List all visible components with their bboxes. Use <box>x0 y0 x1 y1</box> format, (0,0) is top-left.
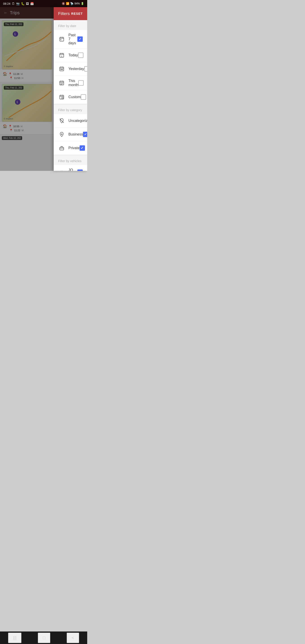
filter-panel: Filters RESET Filter by date Past 7 days <box>54 7 87 171</box>
status-bar: 08:24 🗒 📷 🐛 🖼 📅 🔇 📶 📡 94% 🔋 <box>0 0 87 7</box>
past7days-checkbox[interactable] <box>77 36 83 42</box>
filter-private[interactable]: Private <box>54 141 87 155</box>
battery-text: 94% <box>74 2 80 5</box>
vehicles-section-label: Filter by vehicles <box>54 155 87 165</box>
calendar-custom-icon <box>58 94 65 100</box>
category-section-label: Filter by category <box>54 104 87 114</box>
time: 08:24 <box>3 2 10 5</box>
private-checkbox[interactable] <box>80 145 85 151</box>
filter-joblog[interactable]: JO Blog <box>54 165 87 171</box>
thismonth-label: This month <box>68 79 78 87</box>
uncategorized-label: Uncategorized <box>68 119 87 123</box>
svg-rect-34 <box>62 134 62 134</box>
filter-thismonth[interactable]: This month <box>54 76 87 90</box>
bug-icon: 🐛 <box>21 2 24 5</box>
yesterday-checkbox[interactable] <box>84 66 87 72</box>
filter-today[interactable]: 1 Today <box>54 48 87 62</box>
instagram-icon: 📷 <box>16 2 20 5</box>
thismonth-checkbox[interactable] <box>78 80 84 86</box>
private-label: Private <box>68 146 80 150</box>
yesterday-label: Yesterday <box>68 67 84 71</box>
house-pin-icon <box>58 131 65 138</box>
calendar-month-icon <box>58 80 65 86</box>
calendar-icon: 📅 <box>30 2 34 5</box>
svg-text:1: 1 <box>61 55 62 57</box>
filter-custom[interactable]: Custom <box>54 90 87 104</box>
signal-icon: 📡 <box>70 2 74 5</box>
reset-button[interactable]: RESET <box>71 12 83 16</box>
calendar-week-icon <box>58 36 65 43</box>
filter-past7days[interactable]: Past 7 days <box>54 30 87 48</box>
svg-rect-35 <box>60 147 64 150</box>
battery-icon: 🔋 <box>81 2 84 5</box>
date-section-label: Filter by date <box>54 20 87 30</box>
svg-rect-8 <box>60 39 61 40</box>
filter-business[interactable]: Business <box>54 128 87 141</box>
mute-icon: 🔇 <box>62 2 65 5</box>
joblog-label: JO Blog <box>68 168 77 171</box>
wifi-icon: 📶 <box>66 2 69 5</box>
calendar-yesterday-icon <box>58 65 65 72</box>
today-checkbox[interactable] <box>78 52 84 58</box>
filter-uncategorized[interactable]: Uncategorized <box>54 114 87 128</box>
custom-label: Custom <box>68 95 81 99</box>
status-right: 🔇 📶 📡 94% 🔋 <box>62 2 84 5</box>
custom-checkbox[interactable] <box>81 94 86 100</box>
filter-title: Filters <box>58 11 70 16</box>
image-icon: 🖼 <box>26 2 29 5</box>
briefcase-icon <box>58 144 65 152</box>
svg-rect-4 <box>60 37 64 41</box>
past7days-label: Past 7 days <box>68 33 77 45</box>
trips-background: ← Trips Thu, Feb 11, 202 © Mapbox 1 🏠 📍 … <box>0 7 54 171</box>
filter-header: Filters RESET <box>54 7 87 20</box>
svg-rect-14 <box>60 67 64 71</box>
today-label: Today <box>68 53 78 57</box>
joblog-checkbox[interactable] <box>77 170 83 171</box>
business-label: Business <box>68 132 83 136</box>
no-pin-icon <box>58 117 65 124</box>
car-icon-1 <box>58 168 65 171</box>
notification-icon: 🗒 <box>12 2 15 5</box>
calendar-today-icon: 1 <box>58 52 65 59</box>
status-left: 08:24 🗒 📷 🐛 🖼 📅 <box>3 2 34 5</box>
svg-rect-18 <box>60 69 63 70</box>
business-checkbox[interactable] <box>83 132 87 137</box>
filter-yesterday[interactable]: Yesterday <box>54 62 87 76</box>
